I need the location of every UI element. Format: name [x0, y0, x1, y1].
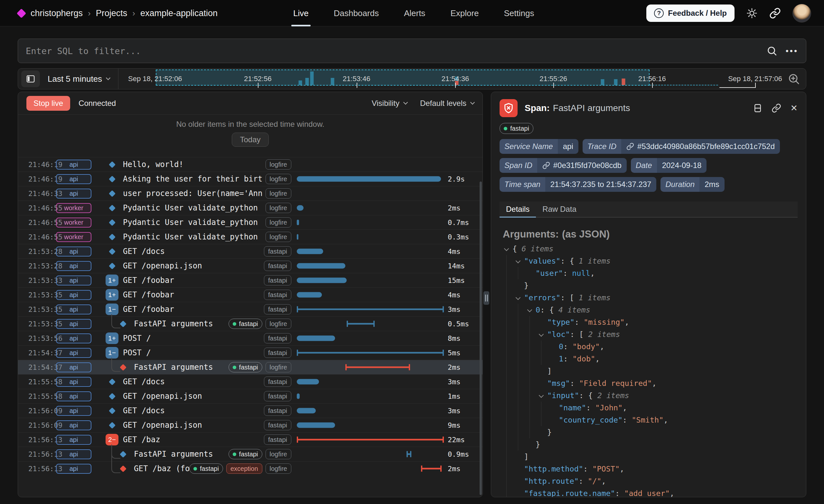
- breadcrumb-project-name[interactable]: example-application: [140, 8, 218, 18]
- trace-row[interactable]: 21:56:09apiGET /docsfastapi3ms: [18, 403, 483, 418]
- tag-pill-fastapi[interactable]: fastapi: [264, 377, 291, 387]
- trace-row[interactable]: 21:56:09apiGET /openapi.jsonfastapi9ms: [18, 418, 483, 432]
- close-icon[interactable]: ✕: [790, 103, 798, 113]
- json-toggle-chevron[interactable]: [504, 246, 509, 251]
- tag-pill-logfire[interactable]: logfire: [266, 203, 291, 213]
- scrollbar-thumb[interactable]: [480, 182, 482, 495]
- trace-row[interactable]: 21:53:56api1+POST /fastapi8ms: [18, 331, 483, 345]
- nav-item-explore[interactable]: Explore: [448, 0, 481, 26]
- json-toggle-chevron[interactable]: [539, 331, 544, 337]
- trace-row[interactable]: 21:53:35api1−GET /foobarfastapi3ms: [18, 302, 483, 316]
- row-icon-col: [106, 394, 118, 399]
- tag-pill-fastapi[interactable]: fastapi: [264, 333, 291, 343]
- panel-resize-handle[interactable]: [484, 291, 489, 305]
- trace-row[interactable]: 21:54:37apiFastAPI argumentsfastapilogfi…: [18, 360, 483, 374]
- trace-row[interactable]: 21:56:13api2−GET /bazfastapi22ms: [18, 432, 483, 447]
- search-icon[interactable]: [766, 45, 777, 56]
- nav-item-alerts[interactable]: Alerts: [402, 0, 427, 26]
- tag-pill-logfire[interactable]: logfire: [266, 174, 291, 184]
- sidebar-toggle-button[interactable]: [21, 71, 40, 87]
- nav-item-settings[interactable]: Settings: [502, 0, 536, 26]
- trace-row[interactable]: 21:46:55workerPydantic User validate_pyt…: [18, 201, 483, 215]
- timeline-selection[interactable]: [156, 70, 649, 86]
- tag-pill-logfire[interactable]: logfire: [266, 464, 291, 474]
- tag-pill-fastapi[interactable]: fastapi: [228, 362, 262, 372]
- tag-pill-fastapi[interactable]: fastapi: [228, 319, 262, 329]
- tag-pill-fastapi[interactable]: fastapi: [264, 434, 291, 445]
- logfire-logo-icon[interactable]: [17, 8, 26, 18]
- filter-more-options-icon[interactable]: •••: [786, 46, 798, 56]
- trace-row[interactable]: 21:46:19apiAsking the user for their bir…: [18, 172, 483, 186]
- row-message: GET /docs: [123, 406, 264, 415]
- trace-row[interactable]: 21:56:13apiGET /baz (fofastapiexceptionl…: [18, 461, 483, 476]
- activity-timeline[interactable]: Sep 18, 21:52:0621:52:5621:53:4621:54:36…: [120, 69, 781, 89]
- visibility-dropdown[interactable]: Visibility: [372, 99, 407, 108]
- trace-row[interactable]: 21:55:58apiGET /docsfastapi3ms: [18, 374, 483, 389]
- trace-row[interactable]: 21:46:55workerPydantic User validate_pyt…: [18, 229, 483, 244]
- theme-toggle-icon[interactable]: [746, 7, 758, 19]
- trace-row[interactable]: 21:56:13apiFastAPI argumentsfastapilogfi…: [18, 447, 483, 461]
- tag-pill-exception[interactable]: exception: [226, 464, 262, 474]
- copy-link-icon[interactable]: [771, 103, 781, 113]
- expand-collapse-badge[interactable]: 1−: [106, 303, 118, 315]
- expand-collapse-badge[interactable]: 1+: [106, 275, 118, 286]
- default-levels-dropdown[interactable]: Default levels: [420, 99, 474, 108]
- expand-collapse-badge[interactable]: 1−: [106, 347, 118, 359]
- trace-row[interactable]: 21:53:35api1+GET /foobarfastapi4ms: [18, 287, 483, 302]
- tag-pill-fastapi[interactable]: fastapi: [264, 261, 291, 271]
- feedback-help-button[interactable]: ? Feedback / Help: [646, 4, 734, 22]
- user-avatar[interactable]: [793, 4, 811, 22]
- tag-pill-logfire[interactable]: logfire: [266, 449, 291, 459]
- tag-pill-logfire[interactable]: logfire: [266, 232, 291, 242]
- tag-pill-logfire[interactable]: logfire: [266, 217, 291, 227]
- json-toggle-chevron[interactable]: [539, 393, 544, 398]
- trace-row[interactable]: 21:54:37api1−POST /fastapi5ms: [18, 345, 483, 360]
- trace-row[interactable]: 21:46:55workerPydantic User validate_pyt…: [18, 215, 483, 229]
- meta-chip-span-id[interactable]: Span ID#0e31f5fd70e08cdb: [500, 158, 627, 173]
- trace-row[interactable]: 21:46:19apiHello, world!logfire: [18, 157, 483, 172]
- json-toggle-chevron[interactable]: [527, 307, 532, 312]
- tag-pill-fastapi[interactable]: fastapi: [264, 420, 291, 430]
- tab-details[interactable]: Details: [500, 201, 536, 217]
- share-link-icon[interactable]: [769, 7, 781, 19]
- breadcrumb-org[interactable]: christophergs: [30, 8, 83, 18]
- nav-item-live[interactable]: Live: [291, 0, 311, 26]
- trace-row[interactable]: 21:53:33api1+GET /foobarfastapi15ms: [18, 273, 483, 287]
- nav-item-dashboards[interactable]: Dashboards: [332, 0, 381, 26]
- tag-pill-fastapi[interactable]: fastapi: [189, 464, 223, 474]
- trace-row[interactable]: 21:53:35apiFastAPI argumentsfastapilogfi…: [18, 316, 483, 331]
- tag-pill-fastapi[interactable]: fastapi: [264, 391, 291, 401]
- trace-row[interactable]: 21:55:58apiGET /openapi.jsonfastapi1ms: [18, 389, 483, 403]
- time-range-dropdown[interactable]: Last 5 minutes: [47, 74, 110, 84]
- tag-pill-fastapi[interactable]: fastapi: [500, 123, 533, 134]
- json-toggle-chevron[interactable]: [516, 295, 521, 300]
- tag-pill-logfire[interactable]: logfire: [266, 188, 291, 199]
- trace-row[interactable]: 21:53:28apiGET /openapi.jsonfastapi14ms: [18, 259, 483, 273]
- expand-collapse-badge[interactable]: 1+: [106, 332, 118, 344]
- tag-pill-fastapi[interactable]: fastapi: [264, 275, 291, 286]
- expand-collapse-badge[interactable]: 2−: [106, 434, 118, 445]
- tag-pill-fastapi[interactable]: fastapi: [264, 290, 291, 300]
- today-button[interactable]: Today: [232, 132, 269, 147]
- tag-pill-fastapi[interactable]: fastapi: [264, 304, 291, 314]
- breadcrumb-projects[interactable]: Projects: [96, 8, 127, 18]
- meta-chip-trace-id[interactable]: Trace ID#53ddc40980a86b57bfe89c1cc01c752…: [583, 139, 780, 154]
- row-icon-col: [116, 365, 129, 370]
- trace-row[interactable]: 21:53:28apiGET /docsfastapi4ms: [18, 244, 483, 259]
- tag-pill-logfire[interactable]: logfire: [266, 319, 291, 329]
- tag-pill-fastapi[interactable]: fastapi: [228, 449, 262, 459]
- json-toggle-chevron[interactable]: [516, 258, 521, 263]
- sql-filter-input[interactable]: [26, 46, 766, 56]
- tag-pill-fastapi[interactable]: fastapi: [264, 246, 291, 257]
- tag-pill-fastapi[interactable]: fastapi: [264, 406, 291, 416]
- trace-row[interactable]: 21:46:33apiuser processed: User(name='An…: [18, 186, 483, 201]
- timeline-zoom-in-icon[interactable]: [787, 73, 800, 85]
- tag-pill-fastapi[interactable]: fastapi: [264, 347, 291, 358]
- stop-live-button[interactable]: Stop live: [26, 96, 70, 111]
- meta-label: Trace ID: [583, 139, 621, 154]
- expand-collapse-badge[interactable]: 1+: [106, 289, 118, 301]
- tab-raw-data[interactable]: Raw Data: [536, 201, 583, 217]
- panel-layout-icon[interactable]: [753, 103, 762, 113]
- tag-pill-logfire[interactable]: logfire: [266, 159, 291, 170]
- tag-pill-logfire[interactable]: logfire: [266, 362, 291, 372]
